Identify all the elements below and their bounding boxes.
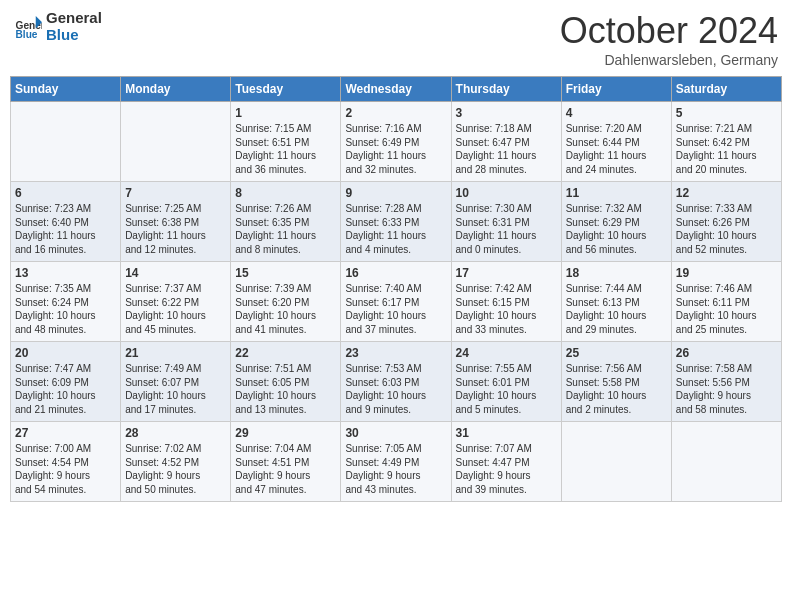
day-info: Sunrise: 7:42 AM Sunset: 6:15 PM Dayligh… bbox=[456, 282, 557, 336]
day-number: 31 bbox=[456, 426, 557, 440]
logo-blue: Blue bbox=[46, 27, 102, 44]
day-info: Sunrise: 7:53 AM Sunset: 6:03 PM Dayligh… bbox=[345, 362, 446, 416]
day-number: 5 bbox=[676, 106, 777, 120]
calendar-cell: 27Sunrise: 7:00 AM Sunset: 4:54 PM Dayli… bbox=[11, 422, 121, 502]
day-number: 11 bbox=[566, 186, 667, 200]
calendar-cell: 18Sunrise: 7:44 AM Sunset: 6:13 PM Dayli… bbox=[561, 262, 671, 342]
calendar-week-4: 20Sunrise: 7:47 AM Sunset: 6:09 PM Dayli… bbox=[11, 342, 782, 422]
day-number: 7 bbox=[125, 186, 226, 200]
month-title: October 2024 bbox=[560, 10, 778, 52]
column-header-thursday: Thursday bbox=[451, 77, 561, 102]
calendar-cell: 5Sunrise: 7:21 AM Sunset: 6:42 PM Daylig… bbox=[671, 102, 781, 182]
calendar-week-5: 27Sunrise: 7:00 AM Sunset: 4:54 PM Dayli… bbox=[11, 422, 782, 502]
day-info: Sunrise: 7:32 AM Sunset: 6:29 PM Dayligh… bbox=[566, 202, 667, 256]
day-info: Sunrise: 7:07 AM Sunset: 4:47 PM Dayligh… bbox=[456, 442, 557, 496]
calendar-cell bbox=[561, 422, 671, 502]
calendar-cell: 24Sunrise: 7:55 AM Sunset: 6:01 PM Dayli… bbox=[451, 342, 561, 422]
logo-general: General bbox=[46, 10, 102, 27]
day-info: Sunrise: 7:39 AM Sunset: 6:20 PM Dayligh… bbox=[235, 282, 336, 336]
day-number: 14 bbox=[125, 266, 226, 280]
calendar-cell: 6Sunrise: 7:23 AM Sunset: 6:40 PM Daylig… bbox=[11, 182, 121, 262]
day-info: Sunrise: 7:44 AM Sunset: 6:13 PM Dayligh… bbox=[566, 282, 667, 336]
calendar-cell bbox=[671, 422, 781, 502]
calendar-cell: 19Sunrise: 7:46 AM Sunset: 6:11 PM Dayli… bbox=[671, 262, 781, 342]
day-number: 24 bbox=[456, 346, 557, 360]
day-info: Sunrise: 7:25 AM Sunset: 6:38 PM Dayligh… bbox=[125, 202, 226, 256]
day-number: 12 bbox=[676, 186, 777, 200]
day-info: Sunrise: 7:21 AM Sunset: 6:42 PM Dayligh… bbox=[676, 122, 777, 176]
day-number: 8 bbox=[235, 186, 336, 200]
calendar-week-1: 1Sunrise: 7:15 AM Sunset: 6:51 PM Daylig… bbox=[11, 102, 782, 182]
calendar-cell: 12Sunrise: 7:33 AM Sunset: 6:26 PM Dayli… bbox=[671, 182, 781, 262]
day-info: Sunrise: 7:00 AM Sunset: 4:54 PM Dayligh… bbox=[15, 442, 116, 496]
day-number: 26 bbox=[676, 346, 777, 360]
column-header-wednesday: Wednesday bbox=[341, 77, 451, 102]
day-number: 18 bbox=[566, 266, 667, 280]
day-number: 28 bbox=[125, 426, 226, 440]
calendar-cell: 15Sunrise: 7:39 AM Sunset: 6:20 PM Dayli… bbox=[231, 262, 341, 342]
calendar-week-3: 13Sunrise: 7:35 AM Sunset: 6:24 PM Dayli… bbox=[11, 262, 782, 342]
calendar-cell: 28Sunrise: 7:02 AM Sunset: 4:52 PM Dayli… bbox=[121, 422, 231, 502]
calendar-cell: 11Sunrise: 7:32 AM Sunset: 6:29 PM Dayli… bbox=[561, 182, 671, 262]
day-number: 10 bbox=[456, 186, 557, 200]
calendar-cell: 29Sunrise: 7:04 AM Sunset: 4:51 PM Dayli… bbox=[231, 422, 341, 502]
calendar-cell bbox=[11, 102, 121, 182]
calendar-cell: 7Sunrise: 7:25 AM Sunset: 6:38 PM Daylig… bbox=[121, 182, 231, 262]
calendar-body: 1Sunrise: 7:15 AM Sunset: 6:51 PM Daylig… bbox=[11, 102, 782, 502]
day-info: Sunrise: 7:35 AM Sunset: 6:24 PM Dayligh… bbox=[15, 282, 116, 336]
calendar-cell: 20Sunrise: 7:47 AM Sunset: 6:09 PM Dayli… bbox=[11, 342, 121, 422]
day-info: Sunrise: 7:58 AM Sunset: 5:56 PM Dayligh… bbox=[676, 362, 777, 416]
day-number: 4 bbox=[566, 106, 667, 120]
calendar-week-2: 6Sunrise: 7:23 AM Sunset: 6:40 PM Daylig… bbox=[11, 182, 782, 262]
day-number: 6 bbox=[15, 186, 116, 200]
day-number: 16 bbox=[345, 266, 446, 280]
calendar-cell: 30Sunrise: 7:05 AM Sunset: 4:49 PM Dayli… bbox=[341, 422, 451, 502]
day-number: 19 bbox=[676, 266, 777, 280]
day-number: 2 bbox=[345, 106, 446, 120]
day-info: Sunrise: 7:55 AM Sunset: 6:01 PM Dayligh… bbox=[456, 362, 557, 416]
calendar-cell: 8Sunrise: 7:26 AM Sunset: 6:35 PM Daylig… bbox=[231, 182, 341, 262]
day-info: Sunrise: 7:16 AM Sunset: 6:49 PM Dayligh… bbox=[345, 122, 446, 176]
day-number: 29 bbox=[235, 426, 336, 440]
day-info: Sunrise: 7:49 AM Sunset: 6:07 PM Dayligh… bbox=[125, 362, 226, 416]
day-info: Sunrise: 7:46 AM Sunset: 6:11 PM Dayligh… bbox=[676, 282, 777, 336]
calendar-cell bbox=[121, 102, 231, 182]
day-info: Sunrise: 7:18 AM Sunset: 6:47 PM Dayligh… bbox=[456, 122, 557, 176]
day-info: Sunrise: 7:23 AM Sunset: 6:40 PM Dayligh… bbox=[15, 202, 116, 256]
day-info: Sunrise: 7:05 AM Sunset: 4:49 PM Dayligh… bbox=[345, 442, 446, 496]
calendar-table: SundayMondayTuesdayWednesdayThursdayFrid… bbox=[10, 76, 782, 502]
column-header-sunday: Sunday bbox=[11, 77, 121, 102]
day-info: Sunrise: 7:30 AM Sunset: 6:31 PM Dayligh… bbox=[456, 202, 557, 256]
logo: General Blue General Blue bbox=[14, 10, 102, 43]
calendar-cell: 10Sunrise: 7:30 AM Sunset: 6:31 PM Dayli… bbox=[451, 182, 561, 262]
calendar-cell: 31Sunrise: 7:07 AM Sunset: 4:47 PM Dayli… bbox=[451, 422, 561, 502]
calendar-cell: 23Sunrise: 7:53 AM Sunset: 6:03 PM Dayli… bbox=[341, 342, 451, 422]
calendar-cell: 21Sunrise: 7:49 AM Sunset: 6:07 PM Dayli… bbox=[121, 342, 231, 422]
svg-text:Blue: Blue bbox=[16, 28, 38, 39]
day-info: Sunrise: 7:02 AM Sunset: 4:52 PM Dayligh… bbox=[125, 442, 226, 496]
location-subtitle: Dahlenwarsleben, Germany bbox=[560, 52, 778, 68]
day-number: 30 bbox=[345, 426, 446, 440]
day-info: Sunrise: 7:47 AM Sunset: 6:09 PM Dayligh… bbox=[15, 362, 116, 416]
calendar-cell: 17Sunrise: 7:42 AM Sunset: 6:15 PM Dayli… bbox=[451, 262, 561, 342]
column-header-tuesday: Tuesday bbox=[231, 77, 341, 102]
calendar-header-row: SundayMondayTuesdayWednesdayThursdayFrid… bbox=[11, 77, 782, 102]
logo-icon: General Blue bbox=[14, 13, 42, 41]
calendar-cell: 26Sunrise: 7:58 AM Sunset: 5:56 PM Dayli… bbox=[671, 342, 781, 422]
day-info: Sunrise: 7:04 AM Sunset: 4:51 PM Dayligh… bbox=[235, 442, 336, 496]
day-number: 1 bbox=[235, 106, 336, 120]
day-number: 27 bbox=[15, 426, 116, 440]
day-info: Sunrise: 7:28 AM Sunset: 6:33 PM Dayligh… bbox=[345, 202, 446, 256]
calendar-cell: 25Sunrise: 7:56 AM Sunset: 5:58 PM Dayli… bbox=[561, 342, 671, 422]
day-info: Sunrise: 7:20 AM Sunset: 6:44 PM Dayligh… bbox=[566, 122, 667, 176]
column-header-friday: Friday bbox=[561, 77, 671, 102]
calendar-cell: 3Sunrise: 7:18 AM Sunset: 6:47 PM Daylig… bbox=[451, 102, 561, 182]
day-info: Sunrise: 7:51 AM Sunset: 6:05 PM Dayligh… bbox=[235, 362, 336, 416]
calendar-cell: 4Sunrise: 7:20 AM Sunset: 6:44 PM Daylig… bbox=[561, 102, 671, 182]
day-number: 25 bbox=[566, 346, 667, 360]
day-number: 20 bbox=[15, 346, 116, 360]
day-info: Sunrise: 7:26 AM Sunset: 6:35 PM Dayligh… bbox=[235, 202, 336, 256]
day-info: Sunrise: 7:37 AM Sunset: 6:22 PM Dayligh… bbox=[125, 282, 226, 336]
column-header-saturday: Saturday bbox=[671, 77, 781, 102]
day-number: 13 bbox=[15, 266, 116, 280]
